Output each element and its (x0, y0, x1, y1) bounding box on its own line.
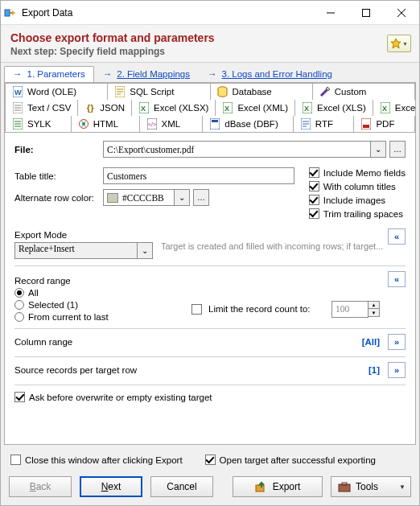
export-icon (255, 481, 268, 492)
svg-rect-29 (256, 485, 264, 492)
fmt-custom[interactable]: Custom (313, 83, 415, 100)
fmt-sql[interactable]: SQL Script (108, 83, 210, 100)
file-label: File: (14, 145, 103, 154)
export-mode-value[interactable]: Replace+Insert (14, 242, 137, 259)
svg-point-21 (82, 122, 85, 125)
tools-dropdown-icon: ▼ (399, 483, 406, 491)
header: Choose export format and parameters Next… (1, 25, 419, 63)
form-panel: File: ⌄ … Table title: Alternate row col… (5, 133, 415, 444)
footer-options: Close this window after clicking Export … (1, 448, 419, 471)
check-ask-overwrite[interactable] (14, 392, 25, 402)
src-per-row-label: Source records per target row (14, 365, 137, 375)
format-tabs: WWord (OLE) SQL Script Database Custom T… (5, 83, 415, 133)
fmt-sylk[interactable]: SYLK (5, 116, 72, 132)
column-range-value: [All] (362, 337, 380, 347)
header-title: Choose export format and parameters (10, 31, 411, 44)
alt-color-label: Alternate row color: (14, 193, 103, 203)
window-title: Export Data (20, 7, 313, 19)
wizard-tab-logs[interactable]: →3. Logs and Error Handling (199, 66, 341, 82)
limit-label: Limit the record count to: (208, 304, 311, 314)
button-bar: Back Next Cancel Export Tools ▼ (1, 471, 419, 505)
favorite-button[interactable]: ▼ (387, 35, 411, 52)
limit-up[interactable]: ▲ (369, 301, 380, 309)
check-limit[interactable] (191, 304, 202, 315)
svg-rect-0 (5, 10, 10, 16)
record-range-collapse[interactable]: « (388, 271, 406, 287)
header-subtitle: Next step: Specify field mappings (10, 46, 411, 57)
check-memo[interactable] (309, 167, 319, 178)
titlebar: Export Data (1, 1, 419, 25)
alt-color-swatch (107, 193, 118, 203)
fmt-text-csv[interactable]: Text / CSV (5, 100, 78, 116)
fmt-xml[interactable]: </>XML (140, 116, 204, 132)
fmt-excel-ole[interactable]: XExcel (OLE) (373, 100, 416, 116)
file-browse-button[interactable]: … (389, 141, 406, 158)
check-open-after[interactable] (205, 455, 216, 465)
file-dropdown[interactable]: ⌄ (370, 141, 386, 158)
export-button[interactable]: Export (233, 476, 323, 497)
export-mode-dropdown[interactable]: ⌄ (137, 242, 153, 259)
svg-rect-2 (363, 9, 370, 16)
svg-marker-5 (391, 39, 401, 48)
wizard-pane: WWord (OLE) SQL Script Database Custom T… (4, 82, 416, 445)
export-window: Export Data Choose export format and par… (0, 0, 420, 506)
record-range-label: Record range (14, 276, 406, 286)
cancel-button[interactable]: Cancel (150, 476, 213, 497)
fmt-rtf[interactable]: RTF (294, 116, 355, 132)
app-icon (1, 6, 20, 19)
wizard-tab-field-mappings[interactable]: →2. Field Mappings (94, 66, 199, 82)
export-mode-hint: Target is created and filled with incomi… (153, 225, 388, 251)
fmt-xlsx[interactable]: XExcel (XLSX) (132, 100, 216, 116)
fmt-xls[interactable]: XExcel (XLS) (295, 100, 373, 116)
radio-from-current[interactable] (14, 312, 24, 322)
radio-selected[interactable] (14, 300, 24, 310)
check-close-after[interactable] (10, 455, 21, 465)
svg-text:X: X (304, 105, 309, 113)
wizard-tab-parameters[interactable]: →1. Parameters (4, 66, 94, 82)
src-per-row-expand[interactable]: » (388, 362, 406, 378)
table-title-input[interactable] (103, 167, 294, 184)
next-button[interactable]: Next (80, 476, 142, 497)
export-mode-label: Export Mode (14, 230, 153, 240)
radio-all[interactable] (14, 288, 24, 298)
svg-text:X: X (382, 105, 387, 113)
src-per-row-value: [1] (369, 365, 380, 375)
tools-button[interactable]: Tools ▼ (331, 476, 411, 497)
fmt-excel-xml[interactable]: XExcel (XML) (216, 100, 295, 116)
fmt-json[interactable]: {}JSON (78, 100, 132, 116)
limit-down[interactable]: ▼ (369, 309, 380, 317)
tools-icon (338, 481, 351, 492)
fmt-pdf[interactable]: PDF (354, 116, 415, 132)
fmt-html[interactable]: HTML (72, 116, 140, 132)
wizard-tabs: →1. Parameters →2. Field Mappings →3. Lo… (1, 63, 419, 82)
alt-color-dropdown[interactable]: ⌄ (174, 189, 190, 206)
alt-color-value: #CCCCBB (122, 193, 164, 203)
fmt-word-ole[interactable]: WWord (OLE) (5, 83, 108, 100)
svg-text:W: W (14, 88, 22, 97)
column-range-label: Column range (14, 337, 72, 347)
svg-text:X: X (141, 105, 146, 113)
check-images[interactable] (309, 195, 319, 205)
svg-text:</>: </> (148, 121, 156, 127)
back-button[interactable]: Back (9, 476, 72, 497)
close-button[interactable] (384, 1, 419, 25)
ask-overwrite-label: Ask before overwrite or empty existing t… (29, 393, 212, 402)
alt-color-more-button[interactable]: … (193, 189, 209, 206)
svg-text:X: X (224, 105, 229, 113)
fmt-dbf[interactable]: dBase (DBF) (203, 116, 294, 132)
maximize-button[interactable] (348, 1, 384, 25)
check-trim[interactable] (309, 208, 319, 219)
svg-rect-28 (363, 125, 369, 128)
export-mode-collapse[interactable]: « (388, 228, 406, 245)
check-column-titles[interactable] (309, 181, 319, 191)
table-title-label: Table title: (14, 171, 103, 181)
svg-rect-25 (212, 120, 218, 122)
column-range-expand[interactable]: » (388, 334, 406, 350)
file-input[interactable] (103, 141, 370, 158)
minimize-button[interactable] (313, 1, 348, 25)
limit-input[interactable] (331, 301, 369, 318)
fmt-database[interactable]: Database (211, 83, 313, 100)
